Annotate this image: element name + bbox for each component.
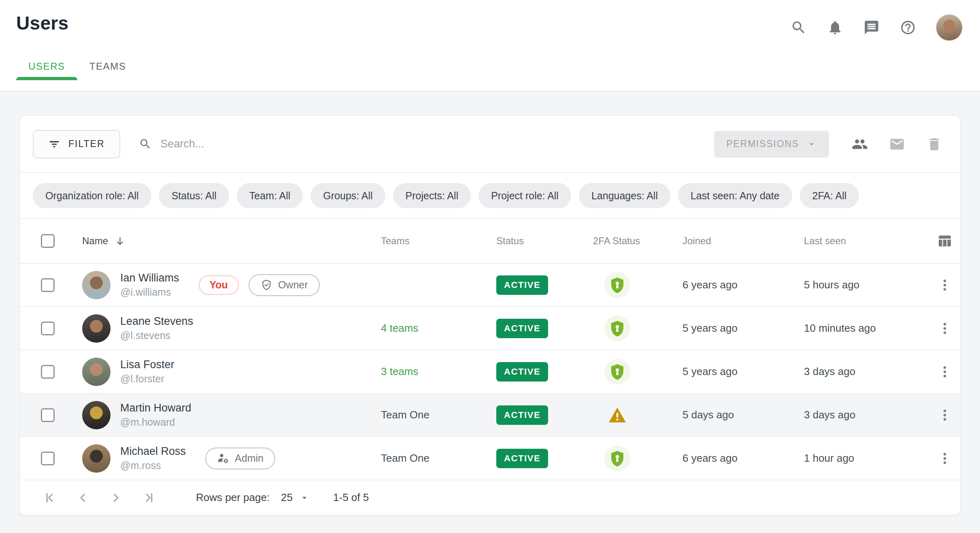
user-handle: @l.forster (120, 373, 174, 385)
admin-badge-label: Admin (235, 452, 264, 464)
teams-cell: Team One (381, 452, 496, 465)
searchbox (139, 137, 714, 151)
admin-badge: Admin (205, 448, 275, 469)
rows-per-page-label: Rows per page: (196, 491, 270, 504)
2fa-enabled-icon (604, 316, 630, 341)
teams-link[interactable]: 4 teams (381, 322, 419, 334)
tab-teams[interactable]: TEAMS (77, 53, 138, 79)
chip-2fa[interactable]: 2FA: All (800, 183, 859, 208)
joined-cell: 5 years ago (682, 322, 804, 335)
2fa-enabled-icon (604, 272, 630, 298)
filter-button-label: FILTER (68, 139, 105, 149)
next-page-icon[interactable] (109, 491, 123, 505)
content-area: FILTER PERMISSIONS (0, 92, 980, 515)
user-handle: @l.stevens (120, 329, 193, 342)
previous-page-icon[interactable] (76, 491, 90, 505)
select-all-checkbox[interactable] (41, 234, 55, 248)
teams-link[interactable]: 3 teams (381, 365, 419, 377)
filter-icon (48, 138, 60, 150)
2fa-enabled-icon (604, 359, 630, 385)
chip-team[interactable]: Team: All (237, 183, 303, 208)
joined-cell: 6 years ago (682, 452, 804, 465)
tab-teams-label: TEAMS (89, 61, 126, 72)
table-row[interactable]: Leane Stevens @l.stevens 4 teams ACTIVE … (20, 307, 960, 350)
shield-check-icon (260, 279, 273, 291)
2fa-enabled-icon (604, 446, 630, 471)
user-handle: @m.howard (120, 416, 191, 429)
status-badge: ACTIVE (496, 275, 548, 295)
filter-button[interactable]: FILTER (33, 130, 120, 158)
2fa-warning-icon (608, 405, 627, 425)
chip-project-role[interactable]: Project role: All (478, 183, 571, 208)
add-to-team-icon[interactable] (852, 136, 868, 152)
last-seen-cell: 5 hours ago (804, 279, 937, 291)
column-header-name-label: Name (82, 235, 108, 247)
last-seen-cell: 10 minutes ago (804, 322, 937, 335)
teams-cell: Team One (381, 409, 496, 421)
user-name: Lisa Foster (120, 358, 174, 372)
table-header: Name Teams Status 2FA Status Joined Last… (20, 219, 960, 264)
joined-cell: 5 days ago (682, 409, 804, 421)
chip-organization-role[interactable]: Organization role: All (33, 183, 151, 208)
search-icon[interactable] (791, 19, 807, 36)
page-title: Users (16, 12, 68, 34)
column-header-last-seen: Last seen (804, 235, 937, 247)
delete-icon[interactable] (926, 136, 942, 152)
row-checkbox[interactable] (41, 278, 55, 292)
tabs: USERS TEAMS (0, 53, 980, 79)
table-row[interactable]: Ian Williams @i.williams You Owner ACTIV… (20, 264, 960, 307)
chip-languages[interactable]: Languages: All (579, 183, 670, 208)
user-name: Michael Ross (120, 445, 186, 458)
column-settings-icon[interactable] (937, 234, 952, 248)
row-checkbox[interactable] (41, 365, 55, 379)
row-checkbox[interactable] (41, 452, 55, 465)
person-gear-icon (217, 452, 230, 465)
status-badge: ACTIVE (496, 319, 548, 338)
email-icon[interactable] (889, 136, 905, 152)
status-badge: ACTIVE (496, 405, 548, 425)
column-header-status: Status (496, 235, 583, 247)
search-field-icon (139, 137, 152, 151)
pagination-range: 1-5 of 5 (333, 491, 369, 504)
row-menu-icon[interactable] (937, 278, 952, 292)
row-menu-icon[interactable] (937, 408, 952, 422)
row-menu-icon[interactable] (937, 451, 952, 466)
row-checkbox[interactable] (41, 322, 55, 335)
user-name: Martin Howard (120, 401, 191, 415)
table-row[interactable]: Martin Howard @m.howard Team One ACTIVE … (20, 394, 960, 437)
users-card: FILTER PERMISSIONS (19, 115, 961, 515)
table-row[interactable]: Michael Ross @m.ross Admin Team One ACTI… (20, 437, 960, 480)
last-seen-cell: 3 days ago (804, 409, 937, 421)
notifications-icon[interactable] (827, 19, 843, 36)
avatar (82, 401, 111, 429)
pagination: Rows per page: 25 1-5 of 5 (20, 480, 960, 515)
rows-per-page-select[interactable]: 25 (281, 491, 310, 504)
chip-status[interactable]: Status: All (159, 183, 229, 208)
user-handle: @m.ross (120, 459, 186, 472)
sort-descending-icon (115, 236, 125, 247)
user-avatar[interactable] (936, 15, 962, 41)
tab-users[interactable]: USERS (16, 53, 77, 79)
table-row[interactable]: Lisa Foster @l.forster 3 teams ACTIVE 5 … (20, 350, 960, 394)
permissions-button[interactable]: PERMISSIONS (714, 131, 829, 158)
chip-last-seen[interactable]: Last seen: Any date (678, 183, 792, 208)
owner-badge: Owner (249, 274, 320, 296)
chip-groups[interactable]: Groups: All (310, 183, 385, 208)
row-menu-icon[interactable] (937, 365, 952, 379)
search-input[interactable] (160, 138, 714, 150)
last-page-icon[interactable] (142, 491, 155, 505)
avatar (82, 358, 111, 386)
help-icon[interactable] (900, 19, 916, 36)
chevron-down-icon (806, 139, 817, 149)
row-checkbox[interactable] (41, 408, 55, 422)
chevron-down-icon (299, 492, 310, 503)
first-page-icon[interactable] (43, 491, 57, 505)
chat-icon[interactable] (863, 19, 880, 36)
topbar: Users USERS TEAMS (0, 0, 980, 92)
avatar (82, 314, 111, 343)
column-header-teams: Teams (381, 235, 496, 247)
toolbar-actions (852, 136, 942, 152)
column-header-name[interactable]: Name (82, 235, 381, 247)
chip-projects[interactable]: Projects: All (393, 183, 471, 208)
row-menu-icon[interactable] (937, 321, 952, 336)
